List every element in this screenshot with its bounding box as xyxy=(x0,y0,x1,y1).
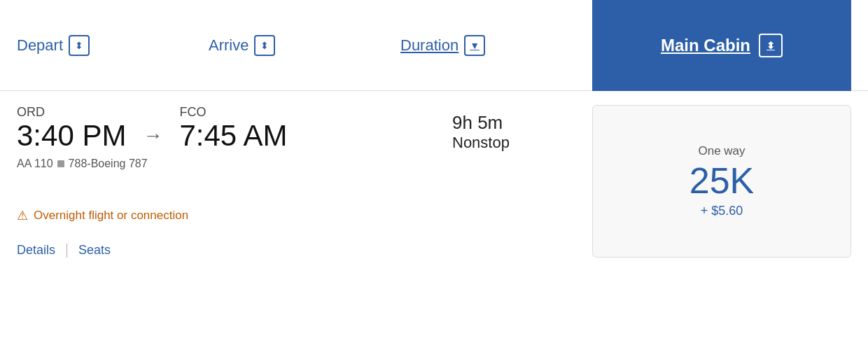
duration-label: Duration xyxy=(400,36,458,55)
duration-col: 9h 5m Nonstop xyxy=(452,105,592,258)
main-cabin-col[interactable]: Main Cabin ⬍ xyxy=(592,0,851,91)
duration-sort-icon: ▼ xyxy=(464,35,485,56)
price-card[interactable]: One way 25K + $5.60 xyxy=(592,105,851,258)
depart-block: ORD 3:40 PM xyxy=(17,105,126,152)
flight-links: Details Seats xyxy=(17,237,452,258)
flight-meta: AA 110 788-Boeing 787 xyxy=(17,158,452,170)
header-row: Depart ⬍ Arrive ⬍ Duration ▼ Main Cabin … xyxy=(0,0,868,91)
link-divider xyxy=(66,244,67,258)
duration-col-header: Duration ▼ xyxy=(400,35,592,56)
warning-triangle-icon: ⚠ xyxy=(17,208,28,223)
depart-time: 3:40 PM xyxy=(17,120,126,152)
depart-sort-button[interactable]: Depart ⬍ xyxy=(17,35,90,56)
depart-label: Depart xyxy=(17,36,63,55)
amenities xyxy=(17,178,452,197)
details-link[interactable]: Details xyxy=(17,243,55,258)
depart-col: Depart ⬍ xyxy=(17,35,209,56)
overnight-warning: ⚠ Overnight flight or connection xyxy=(17,208,452,223)
meta-dot xyxy=(57,160,64,167)
overnight-text: Overnight flight or connection xyxy=(34,209,188,223)
arrive-time: 7:45 AM xyxy=(179,120,287,152)
stops-label: Nonstop xyxy=(452,134,592,152)
arrive-col: Arrive ⬍ xyxy=(209,35,400,56)
flight-number: AA 110 xyxy=(17,158,53,170)
duration-time: 9h 5m xyxy=(452,112,592,134)
price-main: 25K xyxy=(690,161,755,201)
duration-sort-button[interactable]: Duration ▼ xyxy=(400,35,485,56)
seats-link[interactable]: Seats xyxy=(78,243,111,258)
arrive-sort-icon: ⬍ xyxy=(254,35,275,56)
depart-arrive: ORD 3:40 PM → FCO 7:45 AM xyxy=(17,105,452,152)
arrive-label: Arrive xyxy=(209,36,248,55)
arrive-sort-button[interactable]: Arrive ⬍ xyxy=(209,35,275,56)
flight-info: ORD 3:40 PM → FCO 7:45 AM AA 110 788-Boe… xyxy=(17,105,452,258)
aircraft-type: 788-Boeing 787 xyxy=(69,158,148,170)
flight-row: ORD 3:40 PM → FCO 7:45 AM AA 110 788-Boe… xyxy=(0,91,868,258)
main-cabin-label: Main Cabin xyxy=(661,36,750,55)
main-cabin-button[interactable]: Main Cabin ⬍ xyxy=(661,34,783,57)
depart-sort-icon: ⬍ xyxy=(69,35,90,56)
arrive-airport: FCO xyxy=(179,105,287,120)
depart-airport: ORD xyxy=(17,105,126,120)
price-label: One way xyxy=(698,144,745,158)
main-cabin-sort-icon: ⬍ xyxy=(759,34,783,57)
arrow-icon: → xyxy=(143,125,162,147)
arrive-block: FCO 7:45 AM xyxy=(179,105,287,152)
price-sub: + $5.60 xyxy=(701,204,743,218)
